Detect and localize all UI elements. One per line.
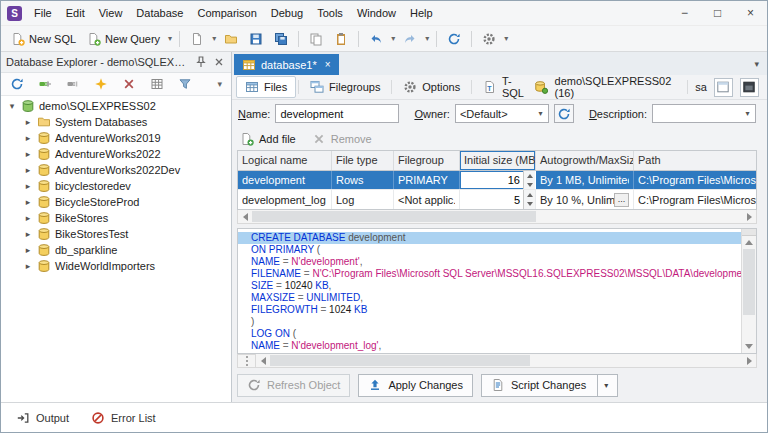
expand-icon[interactable]: ▸ <box>23 197 33 207</box>
close-panel-icon[interactable] <box>212 55 226 69</box>
sql-vertical-scrollbar[interactable] <box>741 229 756 353</box>
tab-options[interactable]: Options <box>394 76 469 98</box>
scroll-thumb[interactable] <box>270 355 530 366</box>
scroll-left-icon[interactable] <box>238 210 252 223</box>
grid-horizontal-scrollbar[interactable] <box>237 210 757 224</box>
column-header-file-type[interactable]: File type <box>332 151 394 170</box>
menu-view[interactable]: View <box>92 1 130 25</box>
redo-button[interactable] <box>398 29 422 49</box>
tab-list-dropdown-icon[interactable]: ▾ <box>754 59 759 69</box>
copy-button[interactable] <box>304 29 328 49</box>
connect-button[interactable] <box>33 74 57 94</box>
pin-icon[interactable] <box>194 55 208 69</box>
refresh-button[interactable] <box>442 29 466 49</box>
grid-cell[interactable]: <Not applic... <box>394 190 460 209</box>
split-handle[interactable] <box>742 229 756 236</box>
expand-icon[interactable]: ▸ <box>23 149 33 159</box>
tab-filegroups[interactable]: Filegroups <box>301 76 389 98</box>
close-button[interactable]: × <box>734 1 767 25</box>
expand-icon[interactable]: ▸ <box>23 133 33 143</box>
disconnect-button[interactable] <box>61 74 85 94</box>
column-header-logical-name[interactable]: Logical name <box>238 151 332 170</box>
output-tab[interactable]: Output <box>7 408 78 428</box>
expand-icon[interactable]: ▸ <box>23 261 33 271</box>
remove-file-button[interactable]: Remove <box>312 132 372 146</box>
grid-cell[interactable]: By 10 %, Unlimited... <box>536 190 634 209</box>
save-button[interactable] <box>244 29 268 49</box>
tree-item-bicyclestoreprod[interactable]: ▸BicycleStoreProd <box>1 194 231 210</box>
undo-dropdown-icon[interactable]: ▾ <box>389 34 397 43</box>
scroll-thumb[interactable] <box>743 249 755 315</box>
scroll-right-icon[interactable] <box>742 354 756 367</box>
spinner[interactable] <box>523 171 535 189</box>
sql-code[interactable]: CREATE DATABASE developmentON PRIMARY (N… <box>238 229 741 353</box>
layout-normal-button[interactable] <box>714 78 733 97</box>
tree-item-adventureworks2019[interactable]: ▸AdventureWorks2019 <box>1 130 231 146</box>
scroll-right-icon[interactable] <box>742 210 756 223</box>
menu-debug[interactable]: Debug <box>264 1 310 25</box>
ellipsis-button[interactable]: ... <box>614 193 629 207</box>
menu-comparison[interactable]: Comparison <box>190 1 263 25</box>
tree-item-db-sparkline[interactable]: ▸db_sparkline <box>1 242 231 258</box>
expand-icon[interactable]: ▸ <box>23 213 33 223</box>
paste-button[interactable] <box>329 29 353 49</box>
menu-tools[interactable]: Tools <box>310 1 350 25</box>
filter-button[interactable] <box>173 74 197 94</box>
owner-select[interactable]: <Default> ▾ <box>455 104 549 123</box>
grid-cell[interactable]: C:\Program Files\Microsoft SQL Serv <box>634 171 757 189</box>
script-changes-button[interactable]: Script Changes▾ <box>481 374 618 397</box>
menu-window[interactable]: Window <box>350 1 403 25</box>
sql-preview-editor[interactable]: CREATE DATABASE developmentON PRIMARY (N… <box>237 228 757 354</box>
tab-close-icon[interactable]: × <box>325 60 331 70</box>
toolbar-options-button[interactable] <box>477 29 501 49</box>
explorer-menu-dropdown[interactable]: ▾ <box>212 76 227 92</box>
grid-cell[interactable]: Rows <box>332 171 394 189</box>
grid-cell[interactable]: C:\Program Files\Microsoft SQL Serv <box>634 190 757 209</box>
minimize-button[interactable]: − <box>668 1 701 25</box>
refresh-object-button[interactable]: Refresh Object <box>237 374 350 397</box>
add-file-button[interactable]: Add file <box>240 132 296 146</box>
new-sql-button[interactable]: New SQL <box>6 29 81 49</box>
new-query-dropdown-icon[interactable]: ▾ <box>166 34 174 43</box>
tab-files[interactable]: Files <box>236 76 296 98</box>
tree-item-wideworldimporters[interactable]: ▸WideWorldImporters <box>1 258 231 274</box>
menu-help[interactable]: Help <box>403 1 440 25</box>
delete-button[interactable] <box>117 74 141 94</box>
connection-user[interactable]: sa <box>695 81 707 93</box>
menu-edit[interactable]: Edit <box>59 1 92 25</box>
refresh-explorer-button[interactable] <box>5 74 29 94</box>
tree-item-adventureworks2022dev[interactable]: ▸AdventureWorks2022Dev <box>1 162 231 178</box>
expand-icon[interactable]: ▸ <box>23 117 33 127</box>
toolbar-options-dropdown-icon[interactable]: ▾ <box>502 34 510 43</box>
new-document-button[interactable] <box>185 29 209 49</box>
maximize-button[interactable]: □ <box>701 1 734 25</box>
menu-file[interactable]: File <box>27 1 59 25</box>
scroll-thumb[interactable] <box>252 211 536 222</box>
new-query-button[interactable]: New Query <box>82 29 165 49</box>
tab-t-sql[interactable]: TT-SQL <box>474 71 534 103</box>
new-connection-button[interactable] <box>89 74 113 94</box>
expand-icon[interactable]: ▸ <box>23 181 33 191</box>
menu-database[interactable]: Database <box>129 1 190 25</box>
sql-horizontal-scrollbar[interactable] <box>255 354 757 368</box>
new-document-dropdown-icon[interactable]: ▾ <box>210 34 218 43</box>
tree-item-demo-sqlexpress02[interactable]: ▾demo\SQLEXPRESS02 <box>1 98 231 114</box>
connection-server[interactable]: demo\SQLEXPRESS02 (16) <box>555 75 681 99</box>
grid-cell[interactable]: PRIMARY <box>394 171 460 189</box>
scroll-up-icon[interactable] <box>742 236 756 249</box>
chevron-down-icon[interactable]: ▾ <box>740 109 755 118</box>
scroll-down-icon[interactable] <box>742 340 756 353</box>
expand-icon[interactable]: ▸ <box>23 245 33 255</box>
tree-item-bikestorestest[interactable]: ▸BikeStoresTest <box>1 226 231 242</box>
splitter-grip[interactable] <box>237 354 255 368</box>
refresh-owners-button[interactable] <box>554 104 574 123</box>
error-list-tab[interactable]: Error List <box>82 408 165 428</box>
tree-item-adventureworks2022[interactable]: ▸AdventureWorks2022 <box>1 146 231 162</box>
redo-dropdown-icon[interactable]: ▾ <box>423 34 431 43</box>
undo-button[interactable] <box>364 29 388 49</box>
collapse-icon[interactable]: ▾ <box>7 101 17 111</box>
grid-cell[interactable]: development <box>238 171 332 189</box>
grid-cell[interactable]: By 1 MB, Unlimited <box>536 171 634 189</box>
column-header-initial-size-mb-[interactable]: Initial size (MB) <box>460 151 536 170</box>
open-button[interactable] <box>219 29 243 49</box>
